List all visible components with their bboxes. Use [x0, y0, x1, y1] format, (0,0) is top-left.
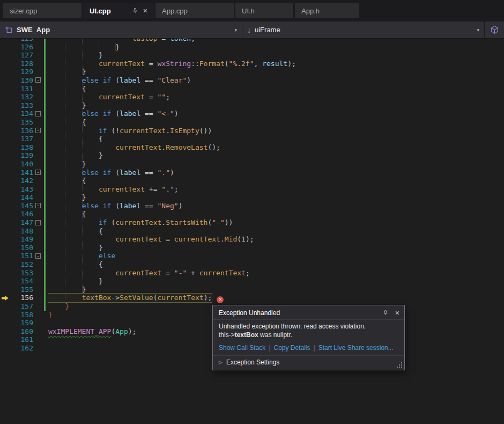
- code-text[interactable]: }: [48, 101, 504, 110]
- code-text[interactable]: else if (label == "."): [48, 169, 504, 177]
- project-dropdown[interactable]: SWE_App ▾: [0, 21, 242, 38]
- code-text[interactable]: currentText = currentText.Mid(1);: [48, 235, 504, 244]
- code-line-132: 132 currentText = "";: [0, 93, 504, 101]
- code-text[interactable]: {: [48, 177, 504, 185]
- resize-grip[interactable]: [397, 362, 403, 368]
- code-text[interactable]: currentText = "-" + currentText;: [48, 269, 504, 277]
- code-text[interactable]: }: [48, 193, 504, 202]
- breakpoint-margin[interactable]: [0, 101, 11, 110]
- breakpoint-margin[interactable]: [0, 85, 11, 93]
- code-text[interactable]: currentText.RemoveLast();: [48, 143, 504, 152]
- breakpoint-margin[interactable]: [0, 286, 11, 294]
- collapse-icon[interactable]: -: [35, 77, 41, 83]
- pin-tab-icon[interactable]: [132, 8, 138, 14]
- code-text[interactable]: }: [48, 286, 504, 294]
- breakpoint-margin[interactable]: [0, 127, 11, 135]
- breakpoint-margin[interactable]: [0, 109, 11, 118]
- code-text[interactable]: }: [48, 277, 504, 286]
- close-icon[interactable]: ×: [395, 310, 399, 316]
- breakpoint-margin[interactable]: [0, 344, 11, 353]
- breakpoint-margin[interactable]: [0, 302, 11, 311]
- breakpoint-margin[interactable]: [0, 68, 11, 76]
- code-text[interactable]: {: [48, 260, 504, 269]
- breakpoint-margin[interactable]: [0, 160, 11, 169]
- code-text[interactable]: if (currentText.StartsWith("-")): [48, 218, 504, 227]
- breakpoint-margin[interactable]: [0, 244, 11, 252]
- member-dropdown[interactable]: ↓ uiFrame ▾: [242, 21, 485, 38]
- code-text[interactable]: lastOp = token;: [48, 39, 504, 43]
- breakpoint-margin[interactable]: [0, 93, 11, 101]
- breakpoint-margin[interactable]: [0, 277, 11, 286]
- breakpoint-margin[interactable]: [0, 118, 11, 127]
- breakpoint-margin[interactable]: [0, 151, 11, 160]
- code-text[interactable]: {: [48, 118, 504, 127]
- collapse-icon[interactable]: -: [35, 170, 41, 175]
- code-text[interactable]: {: [48, 85, 504, 93]
- breakpoint-margin[interactable]: [0, 227, 11, 236]
- code-text[interactable]: }: [48, 43, 504, 52]
- collapse-icon[interactable]: -: [35, 128, 41, 133]
- tab-sizer-cpp[interactable]: sizer.cpp: [3, 3, 81, 18]
- code-text[interactable]: {: [48, 210, 504, 218]
- code-text[interactable]: if (!currentText.IsEmpty()): [48, 127, 504, 135]
- code-editor[interactable]: 125 lastOp = token;126 }127 }128 current…: [0, 39, 504, 424]
- breakpoint-margin[interactable]: [0, 177, 11, 185]
- tab-ui-h[interactable]: UI.h: [235, 3, 293, 18]
- breakpoint-margin[interactable]: [0, 51, 11, 60]
- breakpoint-margin[interactable]: [0, 252, 11, 260]
- tab-app-cpp[interactable]: App.cpp: [155, 3, 234, 18]
- breakpoint-margin[interactable]: [0, 327, 11, 336]
- code-text[interactable]: }: [48, 68, 504, 76]
- code-text[interactable]: else: [48, 252, 504, 260]
- breakpoint-margin[interactable]: [0, 202, 11, 210]
- breakpoint-margin[interactable]: [0, 193, 11, 202]
- breakpoint-margin[interactable]: [0, 169, 11, 177]
- collapse-icon[interactable]: -: [35, 111, 41, 116]
- fold-margin: [33, 85, 44, 93]
- code-text[interactable]: }: [48, 51, 504, 60]
- code-text[interactable]: currentText = wxString::Format("%.2f", r…: [48, 60, 504, 68]
- breakpoint-margin[interactable]: [0, 335, 11, 344]
- code-text[interactable]: {: [48, 135, 504, 143]
- collapse-icon[interactable]: -: [35, 253, 41, 259]
- breakpoint-margin[interactable]: [0, 269, 11, 277]
- code-text[interactable]: currentText += ".";: [48, 185, 504, 194]
- breakpoint-margin[interactable]: [0, 43, 11, 52]
- exception-settings-row[interactable]: ▷ Exception Settings: [213, 355, 404, 370]
- code-text[interactable]: else if (label == "<-"): [48, 109, 504, 118]
- collapse-icon[interactable]: -: [35, 203, 41, 208]
- breakpoint-margin[interactable]: [0, 76, 11, 85]
- tab-ui-cpp[interactable]: UI.cpp ×: [83, 3, 154, 18]
- code-text[interactable]: }: [48, 244, 504, 252]
- copy-details-link[interactable]: Copy Details: [274, 344, 310, 352]
- breakpoint-margin[interactable]: [0, 185, 11, 194]
- change-track-margin: [44, 277, 48, 286]
- breakpoint-margin[interactable]: [0, 294, 11, 302]
- breakpoint-margin[interactable]: [0, 39, 11, 43]
- tab-app-h[interactable]: App.h: [295, 3, 359, 18]
- breakpoint-margin[interactable]: [0, 260, 11, 269]
- breakpoint-margin[interactable]: [0, 311, 11, 319]
- breakpoint-margin[interactable]: [0, 60, 11, 68]
- change-bar: [44, 39, 46, 43]
- breakpoint-margin[interactable]: [0, 135, 11, 143]
- breakpoint-margin[interactable]: [0, 235, 11, 244]
- code-structure-icon[interactable]: [485, 21, 504, 38]
- code-text[interactable]: {: [48, 227, 504, 236]
- live-share-link[interactable]: Start Live Share session...: [318, 344, 394, 352]
- code-text[interactable]: textBox->SetValue(currentText);×: [48, 294, 504, 302]
- code-text[interactable]: }: [48, 151, 504, 160]
- breakpoint-margin[interactable]: [0, 218, 11, 227]
- show-call-stack-link[interactable]: Show Call Stack: [219, 344, 265, 352]
- breakpoint-margin[interactable]: [0, 210, 11, 218]
- code-text[interactable]: currentText = "";: [48, 93, 504, 101]
- breakpoint-margin[interactable]: [0, 319, 11, 327]
- collapse-icon[interactable]: -: [35, 220, 41, 225]
- code-line-125: 125 lastOp = token;: [0, 39, 504, 43]
- breakpoint-margin[interactable]: [0, 143, 11, 152]
- code-text[interactable]: else if (label == "Clear"): [48, 76, 504, 85]
- pin-icon[interactable]: [382, 310, 389, 316]
- code-text[interactable]: else if (label == "Neg"): [48, 202, 504, 210]
- close-tab-icon[interactable]: ×: [143, 7, 147, 14]
- code-text[interactable]: }: [48, 160, 504, 169]
